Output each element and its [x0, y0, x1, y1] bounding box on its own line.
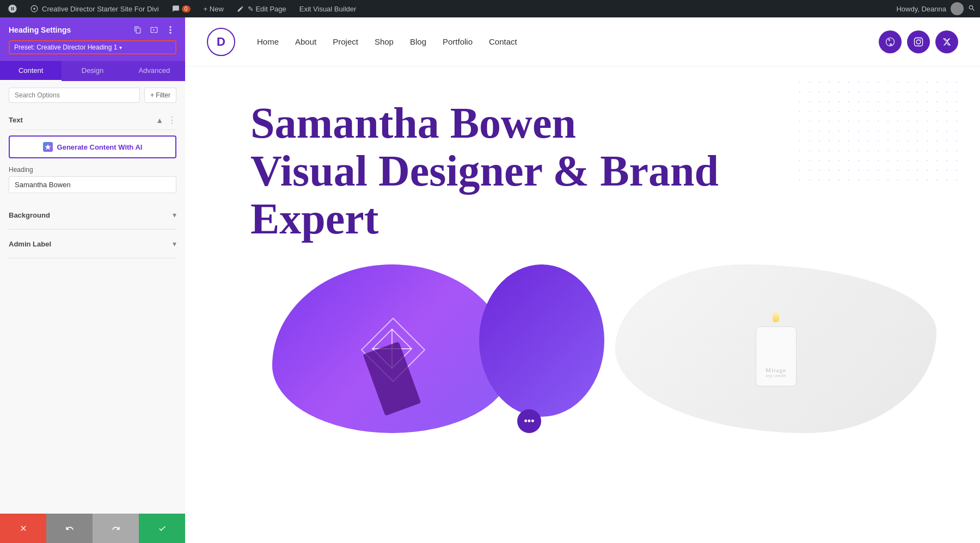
wp-logo-btn[interactable]	[4, 0, 21, 17]
nav-portfolio[interactable]: Portfolio	[443, 37, 473, 46]
nav-about[interactable]: About	[295, 37, 316, 46]
candle-body: Mirage soy candle	[756, 326, 797, 386]
svg-point-8	[916, 40, 921, 44]
panel-icons	[132, 24, 176, 36]
panel-tabs: Content Design Advanced	[0, 61, 185, 81]
avatar	[951, 2, 964, 15]
admin-label-section[interactable]: Admin Label ▾	[9, 230, 176, 258]
admin-label-section-header[interactable]: Admin Label ▾	[9, 235, 176, 252]
text-section-more-icon[interactable]: ⋮	[168, 115, 176, 125]
svg-point-9	[920, 39, 921, 40]
expand-admin-label-icon[interactable]: ▾	[173, 239, 176, 248]
tab-advanced[interactable]: Advanced	[124, 61, 185, 81]
svg-point-1	[33, 8, 35, 10]
ai-icon	[43, 142, 53, 152]
tab-design[interactable]: Design	[62, 61, 123, 81]
hero-dot-pattern	[795, 77, 958, 186]
svg-point-4	[169, 32, 171, 34]
cancel-button[interactable]	[0, 514, 46, 543]
more-options-icon[interactable]	[164, 24, 176, 36]
social-twitter-x[interactable]	[935, 30, 958, 53]
search-input[interactable]	[9, 88, 140, 103]
portfolio-card-overlap	[479, 264, 604, 417]
panel-title: Heading Settings	[9, 26, 71, 34]
site-navigation: D Home About Project Shop Blog Portfolio…	[185, 17, 980, 66]
candle-visual: Mirage soy candle	[756, 311, 797, 386]
portfolio-card-left[interactable]	[272, 264, 512, 433]
heading-input[interactable]	[9, 176, 176, 193]
panel-title-row: Heading Settings	[9, 24, 176, 36]
svg-rect-7	[915, 38, 923, 46]
redo-button[interactable]	[93, 514, 139, 543]
comments-btn[interactable]: 0	[169, 0, 194, 17]
background-section-header[interactable]: Background ▾	[9, 206, 176, 224]
admin-bar-right: Howdy, Deanna	[896, 2, 976, 15]
main-layout: Heading Settings Preset: Creative Direct…	[0, 17, 980, 543]
site-logo[interactable]: D	[207, 28, 235, 56]
portfolio-card-right[interactable]: Mirage soy candle	[615, 264, 936, 433]
admin-bar: Creative Director Starter Site For Divi …	[0, 0, 980, 17]
social-dribbble[interactable]	[879, 30, 902, 53]
svg-point-2	[169, 26, 171, 28]
svg-marker-5	[45, 144, 51, 150]
collapse-icon[interactable]: ▲	[156, 116, 163, 125]
heading-field-label: Heading	[9, 166, 176, 174]
left-panel: Heading Settings Preset: Creative Direct…	[0, 17, 185, 543]
edit-page-btn[interactable]: ✎ Edit Page	[234, 0, 290, 17]
nav-social	[879, 30, 958, 53]
heading-field-group: Heading	[9, 166, 176, 201]
panel-body: + Filter Text ▲ ⋮ Generate Content With	[0, 81, 185, 514]
nav-links: Home About Project Shop Blog Portfolio C…	[257, 37, 517, 46]
social-instagram[interactable]	[907, 30, 930, 53]
nav-blog[interactable]: Blog	[410, 37, 426, 46]
search-btn[interactable]	[968, 4, 976, 14]
candle-sublabel: soy candle	[765, 373, 786, 378]
content-area: D Home About Project Shop Blog Portfolio…	[185, 17, 980, 543]
layout-icon[interactable]	[148, 24, 160, 36]
hero-section: Samantha Bowen Visual Designer & Brand E…	[185, 66, 980, 455]
text-section-header[interactable]: Text ▲ ⋮	[9, 110, 176, 130]
save-button[interactable]	[139, 514, 185, 543]
panel-bottom	[0, 514, 185, 543]
nav-home[interactable]: Home	[257, 37, 279, 46]
portfolio-area: Mirage soy candle •••	[250, 264, 958, 439]
admin-label-section-label: Admin Label	[9, 240, 51, 248]
exit-builder-btn[interactable]: Exit Visual Builder	[296, 0, 360, 17]
candle-label-text: Mirage	[765, 367, 786, 373]
chevron-down-icon: ▾	[119, 45, 122, 51]
nav-project[interactable]: Project	[333, 37, 358, 46]
hero-title: Samantha Bowen Visual Designer & Brand E…	[250, 99, 740, 243]
nav-contact[interactable]: Contact	[489, 37, 517, 46]
preset-dropdown[interactable]: Preset: Creative Director Heading 1 ▾	[9, 40, 176, 54]
panel-header: Heading Settings Preset: Creative Direct…	[0, 17, 185, 61]
background-section-label: Background	[9, 211, 50, 219]
copy-icon[interactable]	[132, 24, 144, 36]
text-section-label: Text	[9, 116, 23, 124]
tab-content[interactable]: Content	[0, 61, 62, 81]
background-section[interactable]: Background ▾	[9, 201, 176, 230]
candle-flame	[773, 311, 779, 322]
nav-shop[interactable]: Shop	[375, 37, 394, 46]
site-name-link[interactable]: Creative Director Starter Site For Divi	[27, 0, 162, 17]
new-content-btn[interactable]: + New	[200, 0, 227, 17]
search-row: + Filter	[9, 88, 176, 103]
generate-ai-button[interactable]: Generate Content With AI	[9, 135, 176, 158]
expand-background-icon[interactable]: ▾	[173, 211, 176, 219]
undo-button[interactable]	[46, 514, 93, 543]
filter-button[interactable]: + Filter	[144, 88, 176, 103]
more-options-button[interactable]: •••	[517, 409, 541, 433]
svg-point-3	[169, 29, 171, 31]
